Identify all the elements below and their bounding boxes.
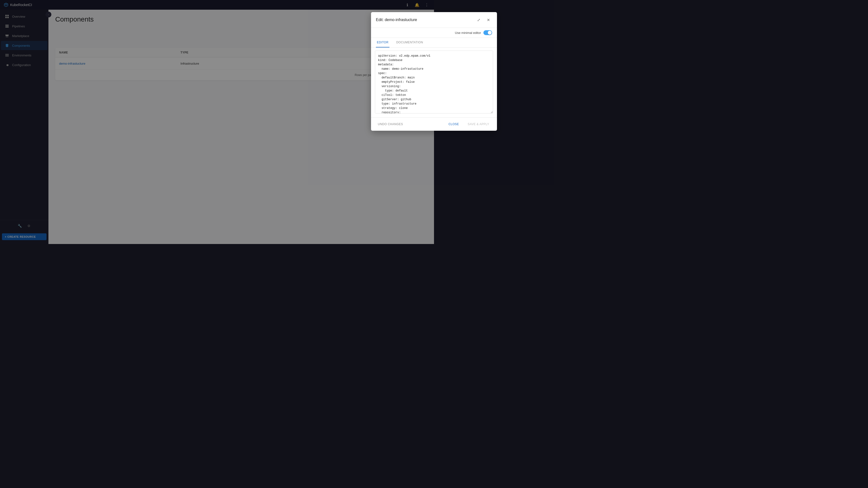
tab-documentation[interactable]: DOCUMENTATION [395,38,424,47]
dialog-subheader: Use minimal editor [371,28,434,38]
editor-textarea[interactable]: apiVersion: v2.edp.epam.com/v1 kind: Cod… [375,51,434,113]
edit-dialog: Edit: demo-infrastucture ⤢ ✕ Use minimal… [371,12,434,131]
dialog-overlay: Edit: demo-infrastucture ⤢ ✕ Use minimal… [0,0,434,244]
dialog-body: apiVersion: v2.edp.epam.com/v1 kind: Cod… [371,48,434,118]
dialog-title: Edit: demo-infrastucture [376,18,434,22]
dialog-header: Edit: demo-infrastucture ⤢ ✕ [371,12,434,28]
undo-changes-button[interactable]: UNDO CHANGES [376,121,405,127]
dialog-footer: UNDO CHANGES CLOSE SAVE & APPLY [371,118,434,131]
tab-editor[interactable]: EDITOR [376,38,390,47]
dialog-tabs: EDITOR DOCUMENTATION [371,38,434,48]
